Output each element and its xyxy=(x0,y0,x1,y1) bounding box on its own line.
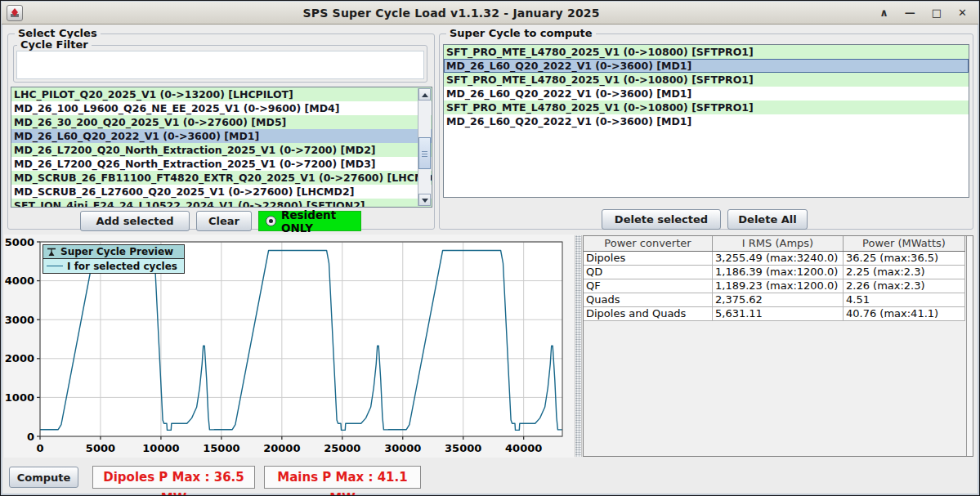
resident-only-label: Resident ONLY xyxy=(281,208,360,235)
table-scrollbar-gutter[interactable] xyxy=(966,236,973,456)
supercycle-list-item[interactable]: MD_26_L60_Q20_2022_V1 (0->3600) [MD1] xyxy=(444,59,969,73)
svg-text:2000: 2000 xyxy=(5,352,34,364)
cycle-list-item[interactable]: MD_26_30_200_Q20_2025_V1 (0->27600) [MD5… xyxy=(11,115,432,129)
svg-text:15000: 15000 xyxy=(203,442,239,454)
cycle-list-item[interactable]: LHC_PILOT_Q20_2025_V1 (0->13200) [LHCPIL… xyxy=(11,87,432,101)
close-icon[interactable]: ✕ xyxy=(958,7,967,20)
cycle-list-item[interactable]: MD_26_100_L9600_Q26_NE_EE_2025_V1 (0->96… xyxy=(11,101,432,115)
clear-button[interactable]: Clear xyxy=(196,211,252,231)
mains-pmax-readout: Mains P Max : 41.1 MW xyxy=(264,466,421,489)
svg-text:10000: 10000 xyxy=(142,442,179,454)
table-cell: 3,255.49 (max:3240.0) xyxy=(713,252,844,265)
delete-selected-button[interactable]: Delete selected xyxy=(602,209,721,230)
scroll-down-icon[interactable] xyxy=(418,194,431,206)
svg-text:40000: 40000 xyxy=(505,442,542,454)
window-title: SPS Super Cycle Load v1.1.32 - January 2… xyxy=(23,7,879,20)
svg-text:0: 0 xyxy=(36,442,43,454)
cycle-filter-input[interactable] xyxy=(16,51,424,79)
supercycle-list-item[interactable]: MD_26_L60_Q20_2022_V1 (0->3600) [MD1] xyxy=(444,114,969,128)
svg-text:4000: 4000 xyxy=(5,275,34,287)
add-selected-button[interactable]: Add selected xyxy=(80,211,190,231)
supercycle-list-item[interactable]: SFT_PRO_MTE_L4780_2025_V1 (0->10800) [SF… xyxy=(444,45,969,59)
supercycle-list-item[interactable]: SFT_PRO_MTE_L4780_2025_V1 (0->10800) [SF… xyxy=(444,101,969,114)
table-cell: Dipoles and Quads xyxy=(584,307,713,320)
svg-text:30000: 30000 xyxy=(384,442,421,454)
legend-entry-label: I for selected cycles xyxy=(67,261,177,272)
resident-only-toggle[interactable]: Resident ONLY xyxy=(258,211,361,231)
table-row[interactable]: Quads2,375.624.51 xyxy=(584,293,965,307)
radio-selected-icon[interactable] xyxy=(266,216,276,226)
svg-text:25000: 25000 xyxy=(324,442,360,454)
cycle-list-item[interactable]: MD_SCRUB_26_FB11100_FT4820_EXTR_Q20_2025… xyxy=(11,171,432,185)
app-window: SPS Super Cycle Load v1.1.32 - January 2… xyxy=(0,0,980,496)
cycle-filter-title: Cycle Filter xyxy=(17,38,92,51)
table-header-cell[interactable]: I RMS (Amps) xyxy=(713,236,844,251)
chart-legend[interactable]: Super Cycle Preview I for selected cycle… xyxy=(43,244,185,274)
select-cycles-title: Select Cycles xyxy=(15,27,101,39)
table-cell: Dipoles xyxy=(584,252,713,265)
select-cycles-panel: Select Cycles Cycle Filter LHC_PILOT_Q20… xyxy=(7,34,435,230)
legend-title: Super Cycle Preview xyxy=(60,246,173,257)
minimize-icon[interactable]: — xyxy=(905,7,915,20)
table-cell: QF xyxy=(584,279,713,293)
title-bar[interactable]: SPS Super Cycle Load v1.1.32 - January 2… xyxy=(2,2,978,25)
power-table-header: Power converterI RMS (Amps)Power (MWatts… xyxy=(584,236,965,252)
table-cell: 2.26 (max:2.3) xyxy=(844,279,965,293)
table-row[interactable]: Dipoles3,255.49 (max:3240.0)36.25 (max:3… xyxy=(584,252,965,266)
cycle-list-item[interactable]: MD_26_L60_Q20_2022_V1 (0->3600) [MD1] xyxy=(11,129,432,143)
supercycle-list[interactable]: SFT_PRO_MTE_L4780_2025_V1 (0->10800) [SF… xyxy=(443,44,969,198)
app-logo-icon xyxy=(9,7,20,19)
cycle-list-item[interactable]: MD_26_L7200_Q26_North_Extraction_2025_V1… xyxy=(11,157,432,171)
svg-text:3000: 3000 xyxy=(5,314,34,326)
table-cell: QD xyxy=(584,266,713,279)
svg-text:1000: 1000 xyxy=(5,391,34,404)
supercycle-list-item[interactable]: SFT_PRO_MTE_L4780_2025_V1 (0->10800) [SF… xyxy=(444,73,969,87)
cycle-list[interactable]: LHC_PILOT_Q20_2025_V1 (0->13200) [LHCPIL… xyxy=(11,87,432,208)
power-table: Power converterI RMS (Amps)Power (MWatts… xyxy=(583,235,973,457)
scroll-up-icon[interactable] xyxy=(418,88,431,101)
dipoles-pmax-readout: Dipoles P Max : 36.5 MW xyxy=(92,466,255,489)
table-row[interactable]: QD1,186.39 (max:1200.0)2.25 (max:2.3) xyxy=(584,266,965,279)
svg-text:0: 0 xyxy=(27,431,34,443)
table-cell: 2.25 (max:2.3) xyxy=(844,266,965,279)
legend-line-swatch xyxy=(47,266,63,266)
supercycle-panel: Super Cycle to compute SFT_PRO_MTE_L4780… xyxy=(439,34,973,230)
delete-all-button[interactable]: Delete All xyxy=(727,209,808,230)
table-cell: 40.76 (max:41.1) xyxy=(844,307,965,320)
chart-panel: 0500010000150002000025000300003500040000… xyxy=(4,235,575,458)
cycle-list-scrollbar[interactable] xyxy=(418,88,431,206)
table-cell: Quads xyxy=(584,293,713,306)
legend-entry[interactable]: I for selected cycles xyxy=(43,259,184,273)
cycle-list-item[interactable]: SFT_ION_4inj_E24_24_L10522_2024_V1 (0->2… xyxy=(11,199,432,208)
table-cell: 1,189.23 (max:1200.0) xyxy=(713,279,844,293)
table-cell: 2,375.62 xyxy=(713,293,844,306)
scrollbar-thumb[interactable] xyxy=(418,137,431,169)
svg-text:20000: 20000 xyxy=(263,442,300,454)
maximize-icon[interactable]: □ xyxy=(932,7,942,20)
shade-icon[interactable]: ∧ xyxy=(879,7,888,20)
svg-text:35000: 35000 xyxy=(445,442,481,454)
table-header-cell[interactable]: Power converter xyxy=(584,236,713,251)
table-header-cell[interactable]: Power (MWatts) xyxy=(844,236,965,251)
legend-header[interactable]: Super Cycle Preview xyxy=(43,245,184,259)
table-cell: 4.51 xyxy=(844,293,965,306)
table-row[interactable]: QF1,189.23 (max:1200.0)2.26 (max:2.3) xyxy=(584,279,965,293)
svg-text:5000: 5000 xyxy=(5,236,34,248)
svg-text:5000: 5000 xyxy=(86,442,115,454)
table-cell: 1,186.39 (max:1200.0) xyxy=(713,266,844,279)
supercycle-title: Super Cycle to compute xyxy=(446,27,596,39)
cycle-filter-box: Cycle Filter xyxy=(13,45,427,83)
cycle-list-item[interactable]: MD_26_L7200_Q20_North_Extraction_2025_V1… xyxy=(11,143,432,157)
table-cell: 36.25 (max:36.5) xyxy=(844,252,965,265)
table-cell: 5,631.11 xyxy=(713,307,844,320)
app-icon[interactable] xyxy=(7,5,23,21)
table-row[interactable]: Dipoles and Quads5,631.1140.76 (max:41.1… xyxy=(584,307,965,321)
supercycle-list-item[interactable]: MD_26_L60_Q20_2022_V1 (0->3600) [MD1] xyxy=(444,87,969,101)
compute-button[interactable]: Compute xyxy=(9,467,78,488)
legend-chart-icon xyxy=(47,247,56,257)
splitter-divider[interactable] xyxy=(575,235,582,457)
cycle-list-item[interactable]: MD_SCRUB_26_L27600_Q20_2025_V1 (0->27600… xyxy=(11,185,432,199)
